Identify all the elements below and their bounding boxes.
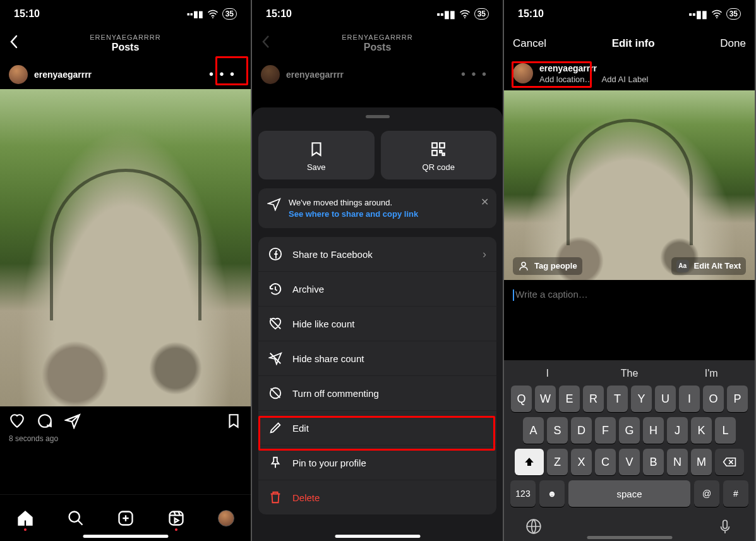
mic-icon[interactable]: [717, 518, 733, 535]
svg-rect-5: [433, 143, 438, 148]
info-notice[interactable]: We've moved things around. See where to …: [258, 188, 496, 228]
add-ai-label-link[interactable]: Add AI Label: [602, 75, 649, 84]
wifi-icon: [459, 9, 471, 18]
close-icon[interactable]: ✕: [481, 196, 489, 208]
status-time: 15:10: [266, 8, 292, 20]
key-f[interactable]: F: [595, 417, 616, 444]
item-label: Hide like count: [292, 319, 354, 329]
comment-icon[interactable]: [37, 413, 53, 429]
key-g[interactable]: G: [619, 417, 640, 444]
share-to-facebook-item[interactable]: Share to Facebook ›: [258, 237, 496, 272]
key-k[interactable]: K: [691, 417, 712, 444]
avatar[interactable]: [9, 65, 28, 84]
key-r[interactable]: R: [583, 386, 604, 412]
edit-item[interactable]: Edit: [258, 411, 496, 446]
key-d[interactable]: D: [571, 417, 592, 444]
key-o[interactable]: O: [703, 386, 724, 412]
edit-alt-text-button[interactable]: Aa Edit Alt Text: [671, 257, 746, 275]
add-location-link[interactable]: Add location…: [539, 75, 593, 84]
key-i[interactable]: I: [679, 386, 700, 412]
qr-code-button[interactable]: QR code: [381, 131, 497, 179]
item-label: Pin to your profile: [292, 458, 366, 468]
123-key[interactable]: 123: [510, 480, 536, 507]
tag-people-button[interactable]: Tag people: [513, 257, 582, 275]
pin-item[interactable]: Pin to your profile: [258, 446, 496, 480]
hide-likes-item[interactable]: Hide like count: [258, 307, 496, 341]
hash-key[interactable]: #: [723, 480, 748, 507]
notice-line1: We've moved things around.: [289, 197, 418, 209]
space-key[interactable]: space: [568, 480, 690, 507]
globe-icon[interactable]: [525, 518, 542, 535]
key-y[interactable]: Y: [631, 386, 652, 412]
edit-photo-preview: Tag people Aa Edit Alt Text: [504, 90, 755, 280]
at-key[interactable]: @: [694, 480, 719, 507]
person-icon: [518, 260, 529, 272]
trash-icon: [268, 490, 282, 504]
create-tab-icon[interactable]: [117, 509, 135, 527]
key-w[interactable]: W: [535, 386, 556, 412]
back-chevron-icon[interactable]: [9, 34, 19, 54]
key-a[interactable]: A: [523, 417, 544, 444]
screen-sheet: 15:10 ▪▪▮▮ 35 ERENYAEGARRRR Posts erenya…: [252, 0, 503, 541]
more-options-button[interactable]: • • •: [203, 64, 242, 84]
suggestion[interactable]: I: [507, 368, 589, 379]
key-p[interactable]: P: [727, 386, 748, 412]
status-bar: 15:10 ▪▪▮▮ 35: [504, 0, 755, 28]
post-header: erenyaegarrrr • • •: [252, 59, 503, 89]
nav-subtitle: ERENYAEGARRRR: [342, 33, 412, 42]
backspace-key[interactable]: [715, 449, 744, 475]
key-u[interactable]: U: [655, 386, 676, 412]
cancel-button[interactable]: Cancel: [513, 37, 546, 50]
done-button[interactable]: Done: [720, 37, 746, 50]
key-b[interactable]: B: [643, 449, 664, 475]
bookmark-icon: [308, 141, 325, 157]
post-photo[interactable]: [0, 89, 251, 406]
shift-key[interactable]: [515, 449, 544, 475]
key-m[interactable]: M: [691, 449, 712, 475]
emoji-key[interactable]: ☻: [539, 480, 565, 507]
caption-input[interactable]: Write a caption…: [504, 280, 755, 310]
sheet-grabber[interactable]: [366, 115, 390, 118]
suggestion[interactable]: The: [589, 368, 671, 379]
key-z[interactable]: Z: [547, 449, 568, 475]
key-j[interactable]: J: [667, 417, 688, 444]
signal-icon: ▪▪▮▮: [688, 8, 707, 20]
profile-tab-icon[interactable]: [218, 510, 234, 526]
home-tab-icon[interactable]: [16, 509, 34, 527]
svg-point-12: [716, 17, 717, 18]
nav-header: ERENYAEGARRRR Posts: [0, 28, 251, 59]
chevron-right-icon: ›: [483, 248, 486, 261]
key-v[interactable]: V: [619, 449, 640, 475]
turn-off-commenting-item[interactable]: Turn off commenting: [258, 376, 496, 411]
action-sheet: Save QR code We've moved things around. …: [252, 107, 503, 541]
svg-point-0: [212, 17, 213, 18]
key-t[interactable]: T: [607, 386, 628, 412]
search-tab-icon[interactable]: [67, 509, 85, 527]
archive-item[interactable]: Archive: [258, 272, 496, 307]
status-icons: ▪▪▮▮ 35: [187, 8, 237, 20]
post-username[interactable]: erenyaegarrrr: [34, 70, 92, 80]
reels-tab-icon[interactable]: [167, 509, 185, 527]
screen-posts: 15:10 ▪▪▮▮ 35 ERENYAEGARRRR Posts erenya…: [0, 0, 251, 541]
avatar[interactable]: [513, 63, 533, 83]
edit-title: Edit info: [612, 37, 655, 50]
save-button[interactable]: Save: [258, 131, 375, 179]
share-icon[interactable]: [64, 413, 81, 429]
key-h[interactable]: H: [643, 417, 664, 444]
like-icon[interactable]: [9, 413, 25, 429]
hide-shares-item[interactable]: Hide share count: [258, 341, 496, 376]
key-n[interactable]: N: [667, 449, 688, 475]
key-x[interactable]: X: [571, 449, 592, 475]
delete-item[interactable]: Delete: [258, 480, 496, 514]
notice-link[interactable]: See where to share and copy link: [289, 209, 418, 220]
key-s[interactable]: S: [547, 417, 568, 444]
svg-rect-8: [440, 150, 441, 152]
suggestion[interactable]: I'm: [670, 368, 752, 379]
qr-label: QR code: [423, 162, 455, 172]
bookmark-icon[interactable]: [225, 413, 242, 429]
key-c[interactable]: C: [595, 449, 616, 475]
key-l[interactable]: L: [715, 417, 736, 444]
keyboard: I The I'm QWERTYUIOP ASDFGHJKL ZXCVBNM 1…: [504, 360, 755, 541]
key-q[interactable]: Q: [511, 386, 532, 412]
key-e[interactable]: E: [559, 386, 580, 412]
